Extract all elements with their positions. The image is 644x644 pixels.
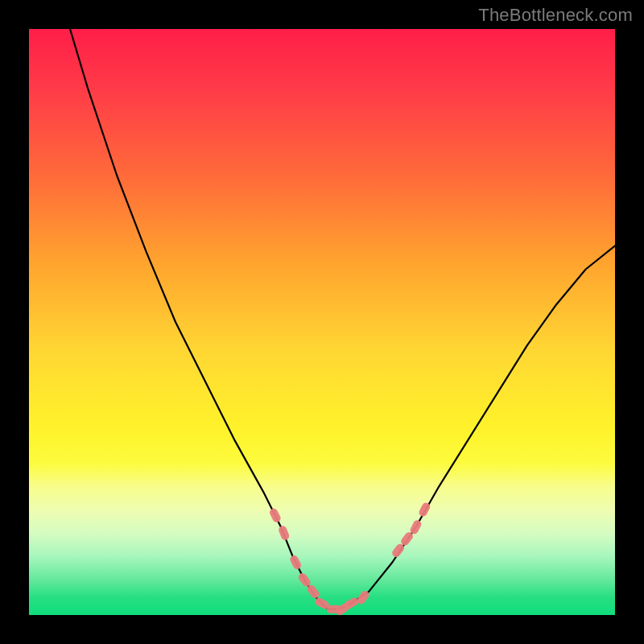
bottleneck-curve	[70, 29, 615, 609]
curve-marker	[289, 554, 303, 571]
chart-svg	[29, 29, 615, 615]
plot-area	[29, 29, 615, 615]
watermark-text: TheBottleneck.com	[478, 5, 633, 26]
curve-markers	[268, 502, 431, 615]
curve-marker	[268, 507, 282, 524]
chart-frame: TheBottleneck.com	[0, 0, 644, 644]
curve-marker	[278, 525, 291, 541]
